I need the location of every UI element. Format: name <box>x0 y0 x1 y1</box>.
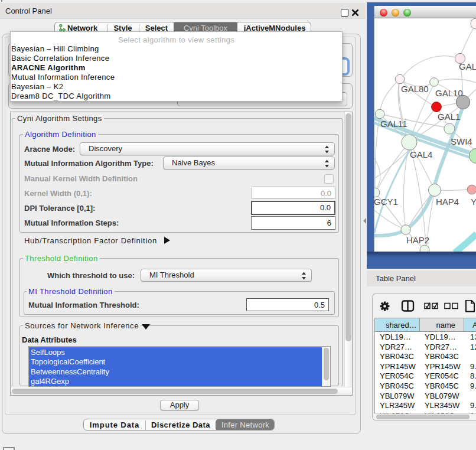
svg-text:GAL10: GAL10 <box>435 88 463 98</box>
svg-text:GAL7: GAL7 <box>459 61 476 71</box>
svg-text:HAP2: HAP2 <box>406 235 429 245</box>
svg-text:GCY1: GCY1 <box>374 197 398 207</box>
svg-text:GAL80: GAL80 <box>401 84 429 94</box>
svg-text:GAL4: GAL4 <box>410 149 432 159</box>
svg-text:GAL11: GAL11 <box>380 119 407 129</box>
svg-text:HAP4: HAP4 <box>436 197 459 207</box>
svg-text:Y: Y <box>471 197 476 207</box>
svg-text:GAL1: GAL1 <box>438 112 460 122</box>
svg-text:SWI4: SWI4 <box>451 136 472 146</box>
